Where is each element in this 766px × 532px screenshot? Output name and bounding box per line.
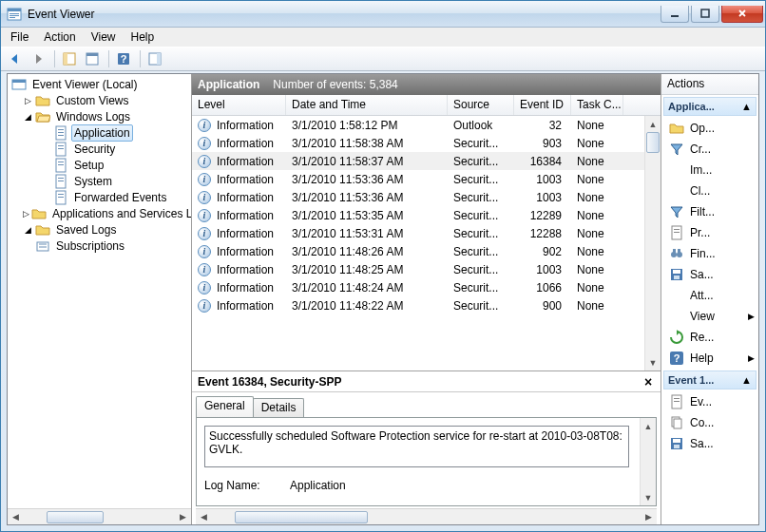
title-bar[interactable]: Event Viewer <box>1 1 765 28</box>
col-date[interactable]: Date and Time <box>286 95 448 115</box>
tab-details[interactable]: Details <box>253 398 305 417</box>
scroll-left-icon[interactable]: ◀ <box>8 509 24 525</box>
scroll-down-icon[interactable]: ▼ <box>641 489 656 505</box>
table-row[interactable]: iInformation3/1/2010 11:53:31 AMSecurit.… <box>192 224 661 242</box>
action-pane-button[interactable] <box>144 48 165 69</box>
action-item[interactable]: Cr... <box>663 139 756 160</box>
scroll-thumb[interactable] <box>646 132 660 153</box>
tree-security[interactable]: Security <box>10 141 189 157</box>
collapse-icon[interactable]: ◢ <box>23 111 33 122</box>
scroll-up-icon[interactable]: ▲ <box>641 418 656 434</box>
action-item[interactable]: Sa... <box>663 264 756 285</box>
table-row[interactable]: iInformation3/1/2010 11:48:26 AMSecurit.… <box>192 242 661 260</box>
action-item[interactable]: Re... <box>663 327 756 348</box>
svg-rect-29 <box>58 180 64 181</box>
table-row[interactable]: iInformation3/1/2010 11:53:35 AMSecurit.… <box>192 206 661 224</box>
col-source[interactable]: Source <box>448 95 514 115</box>
minimize-button[interactable] <box>661 6 689 23</box>
tree-subscriptions[interactable]: ▷ Subscriptions <box>10 238 189 254</box>
detail-hscroll[interactable]: ◀ ▶ <box>196 508 657 524</box>
table-row[interactable]: iInformation3/1/2010 11:48:24 AMSecurit.… <box>192 278 661 296</box>
menu-view[interactable]: View <box>84 28 124 46</box>
action-item[interactable]: ?Help▶ <box>663 348 756 369</box>
table-row[interactable]: iInformation3/1/2010 11:48:25 AMSecurit.… <box>192 260 661 278</box>
action-label: Sa... <box>690 437 714 450</box>
forward-button[interactable] <box>28 48 48 69</box>
table-row[interactable]: iInformation3/1/2010 11:58:38 AMSecurit.… <box>192 134 661 152</box>
collapse-icon[interactable]: ◢ <box>23 224 33 235</box>
table-row[interactable]: iInformation3/1/2010 1:58:12 PMOutlook32… <box>192 116 661 134</box>
properties-button[interactable] <box>82 48 103 69</box>
meta-value: Application <box>290 479 346 492</box>
action-item[interactable]: Ev... <box>663 391 756 412</box>
action-item[interactable]: Filt... <box>663 201 756 222</box>
table-row[interactable]: iInformation3/1/2010 11:48:22 AMSecurit.… <box>192 296 661 314</box>
help-button[interactable]: ? <box>113 48 134 69</box>
scroll-left-icon[interactable]: ◀ <box>196 509 212 525</box>
col-level[interactable]: Level <box>192 95 286 115</box>
table-row[interactable]: iInformation3/1/2010 11:58:37 AMSecurit.… <box>192 152 661 170</box>
menu-help[interactable]: Help <box>124 28 163 46</box>
collapse-icon[interactable]: ▲ <box>741 101 752 112</box>
col-task[interactable]: Task C... <box>571 95 623 115</box>
svg-rect-25 <box>58 162 64 162</box>
cell-event-id: 1003 <box>514 263 571 276</box>
cell-task: None <box>571 245 623 258</box>
scroll-down-icon[interactable]: ▼ <box>645 354 661 370</box>
collapse-icon[interactable]: ▲ <box>741 374 752 386</box>
action-item[interactable]: Pr... <box>663 222 756 243</box>
action-item[interactable]: Cl... <box>663 180 756 201</box>
tree-root[interactable]: Event Viewer (Local) <box>10 76 189 92</box>
list-body[interactable]: iInformation3/1/2010 1:58:12 PMOutlook32… <box>192 116 661 370</box>
tree-apps-services[interactable]: ▷ Applications and Services Logs <box>10 205 189 221</box>
tree-system[interactable]: System <box>10 173 189 189</box>
cell-date: 3/1/2010 11:58:38 AM <box>286 137 448 150</box>
menu-action[interactable]: Action <box>36 28 83 46</box>
col-event-id[interactable]: Event ID <box>514 95 571 115</box>
scroll-right-icon[interactable]: ▶ <box>175 509 191 525</box>
show-hide-tree-button[interactable] <box>59 48 80 69</box>
cell-task: None <box>571 299 623 313</box>
folder-icon <box>35 93 50 108</box>
expand-icon[interactable]: ▷ <box>23 208 29 218</box>
action-label: Help <box>690 352 714 365</box>
scroll-up-icon[interactable]: ▲ <box>645 116 661 132</box>
scroll-thumb[interactable] <box>47 511 104 523</box>
action-group-event[interactable]: Event 1... ▲ <box>663 370 756 390</box>
cell-source: Securit... <box>448 245 514 258</box>
tree-custom-views[interactable]: ▷ Custom Views <box>10 92 189 108</box>
tree-application[interactable]: Application <box>10 124 189 141</box>
action-item[interactable]: Op... <box>663 118 756 139</box>
log-icon <box>53 190 68 205</box>
maximize-button[interactable] <box>691 6 719 23</box>
action-group-application[interactable]: Applica... ▲ <box>663 97 756 116</box>
table-row[interactable]: iInformation3/1/2010 11:53:36 AMSecurit.… <box>192 170 661 188</box>
action-item[interactable]: View▶ <box>663 306 756 327</box>
tree-setup[interactable]: Setup <box>10 157 189 173</box>
table-row[interactable]: iInformation3/1/2010 11:53:36 AMSecurit.… <box>192 188 661 206</box>
detail-close-button[interactable]: × <box>642 374 655 390</box>
cell-date: 3/1/2010 11:53:36 AM <box>286 191 448 204</box>
action-item[interactable]: Sa... <box>663 433 756 454</box>
svg-text:?: ? <box>121 53 127 65</box>
tree-hscroll[interactable]: ◀ ▶ <box>8 508 191 524</box>
detail-vscroll[interactable]: ▲ ▼ <box>640 418 656 505</box>
action-item[interactable]: Co... <box>663 412 756 433</box>
action-item[interactable]: Fin... <box>663 243 756 264</box>
tree-forwarded[interactable]: Forwarded Events <box>10 189 189 205</box>
action-item[interactable]: Att... <box>663 285 756 306</box>
back-button[interactable] <box>5 48 26 69</box>
tree-windows-logs[interactable]: ◢ Windows Logs <box>10 108 189 124</box>
list-vscroll[interactable]: ▲ ▼ <box>644 116 661 370</box>
close-button[interactable] <box>721 6 763 23</box>
tree-saved-logs[interactable]: ◢ Saved Logs <box>10 221 189 238</box>
tree[interactable]: Event Viewer (Local) ▷ Custom Views ◢ Wi… <box>8 74 191 508</box>
scroll-right-icon[interactable]: ▶ <box>641 509 657 525</box>
action-item[interactable]: Im... <box>663 160 756 180</box>
tab-general[interactable]: General <box>196 396 254 417</box>
cell-task: None <box>571 263 623 276</box>
info-icon: i <box>198 191 211 204</box>
expand-icon[interactable]: ▷ <box>23 95 33 105</box>
menu-file[interactable]: File <box>3 28 36 46</box>
scroll-thumb[interactable] <box>235 511 368 523</box>
